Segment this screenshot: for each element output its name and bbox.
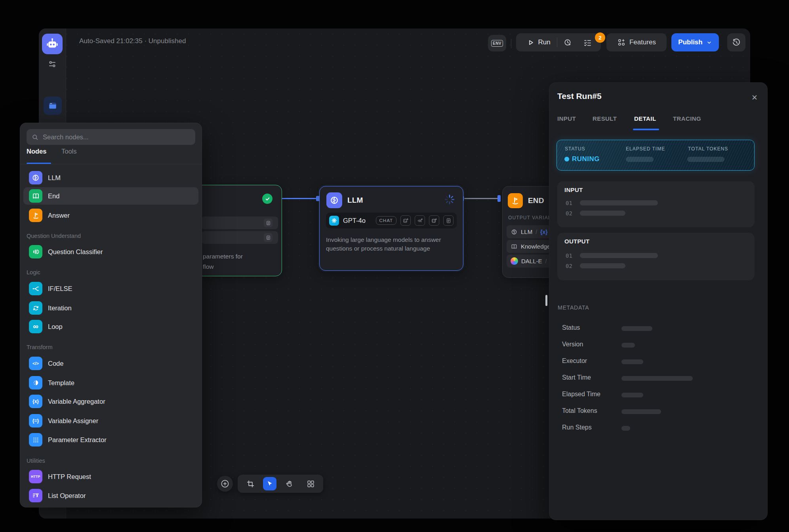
section-utilities: Utilities	[27, 458, 45, 464]
palette-item-answer[interactable]: Answer	[23, 207, 198, 224]
end-node-title: END	[528, 196, 544, 205]
clock-play-icon	[563, 38, 572, 47]
palette-item-variable-assigner[interactable]: {=} Variable Assigner	[23, 412, 198, 429]
tab-nodes[interactable]: Nodes	[27, 148, 46, 155]
meta-elapsed-time-skeleton	[621, 393, 643, 397]
env-button[interactable]: ENV	[488, 35, 506, 51]
checklist-button[interactable]	[578, 38, 597, 47]
checklist-icon	[583, 38, 592, 47]
llm-node-description: Invoking large language models to answer…	[326, 236, 457, 253]
node-palette: Search nodes... Nodes Tools LLM End Answ…	[20, 123, 202, 507]
topbar-divider	[511, 39, 511, 48]
panel-title: Test Run#5	[557, 91, 602, 101]
close-icon[interactable]: ✕	[751, 93, 758, 102]
run-button[interactable]: Run	[520, 38, 556, 47]
edge-llm-to-end	[464, 198, 498, 199]
fit-view-button[interactable]	[242, 475, 259, 492]
palette-item-code[interactable]: </> Code	[23, 355, 198, 372]
meta-elapsed-time: Elapsed Time	[562, 391, 600, 398]
palette-item-template[interactable]: Template	[23, 374, 198, 391]
audio-capability-icon	[415, 215, 425, 226]
cursor-icon	[266, 480, 273, 487]
code-icon: </>	[29, 357, 42, 370]
history-icon	[732, 38, 741, 47]
total-tokens-label: TOTAL TOKENS	[688, 146, 728, 152]
start-variable-row[interactable]	[201, 231, 278, 244]
document-capability-icon	[443, 215, 454, 226]
add-node-button[interactable]	[217, 476, 233, 492]
palette-item-loop[interactable]: ∞ Loop	[23, 318, 198, 335]
meta-total-tokens: Total Tokens	[562, 407, 597, 414]
output-row1-skeleton	[580, 253, 658, 258]
preview-window-button[interactable]	[44, 97, 62, 115]
vision-capability-icon	[400, 215, 411, 226]
autosave-status: Auto-Saved 21:02:35 · Unpublished	[79, 37, 186, 45]
section-question-understand: Question Understand	[27, 233, 81, 239]
tab-result[interactable]: RESULT	[593, 115, 617, 122]
meta-executor-skeleton	[621, 359, 643, 364]
hand-icon	[285, 480, 293, 488]
parameter-extractor-icon	[29, 433, 42, 446]
chevron-down-icon	[706, 40, 712, 46]
detail-tab-underline	[633, 129, 659, 130]
palette-item-llm[interactable]: LLM	[23, 169, 198, 186]
palette-item-end[interactable]: End	[23, 187, 198, 205]
running-status-value: RUNING	[572, 155, 600, 163]
publish-button[interactable]: Publish	[671, 33, 719, 51]
palette-item-iteration[interactable]: Iteration	[23, 299, 198, 317]
tab-tracing[interactable]: TRACING	[673, 115, 701, 122]
grid-plus-icon	[617, 38, 626, 47]
panel-resize-handle[interactable]	[545, 295, 547, 306]
tab-detail[interactable]: DETAIL	[634, 115, 656, 122]
plus-circle-icon	[220, 479, 230, 488]
openai-icon: ❋	[329, 216, 339, 226]
input-label: INPUT	[564, 186, 583, 193]
model-selector[interactable]: ❋ GPT-4o CHAT	[326, 213, 457, 228]
node-search-input[interactable]: Search nodes...	[27, 129, 195, 145]
active-tab-underline	[27, 163, 51, 164]
if-else-icon	[29, 282, 42, 295]
input-card: INPUT 01 02	[557, 181, 755, 227]
tab-tools[interactable]: Tools	[61, 148, 77, 155]
checklist-badge: 2	[595, 32, 605, 43]
palette-item-question-classifier[interactable]: Question Classifier	[23, 243, 198, 260]
section-logic: Logic	[27, 269, 40, 276]
section-transform: Transform	[27, 344, 53, 350]
output-row2-skeleton	[580, 263, 625, 268]
palette-item-variable-aggregator[interactable]: {x} Variable Aggregator	[23, 393, 198, 410]
video-capability-icon	[429, 215, 439, 226]
llm-node-title: LLM	[347, 196, 363, 205]
list-operator-icon	[29, 489, 42, 502]
meta-run-steps-skeleton	[621, 426, 630, 431]
llm-node[interactable]: LLM ❋ GPT-4o CHAT	[319, 186, 463, 271]
running-status-dot	[564, 157, 569, 162]
end-input-port[interactable]	[497, 195, 501, 202]
search-placeholder: Search nodes...	[43, 133, 89, 141]
dalle-icon	[511, 257, 518, 265]
run-history-button[interactable]	[557, 38, 578, 47]
end-icon	[29, 189, 42, 203]
status-label: STATUS	[565, 146, 585, 152]
template-icon	[29, 376, 42, 390]
window-icon	[48, 101, 58, 111]
palette-item-list-operator[interactable]: List Operator	[23, 487, 198, 504]
hand-mode-button[interactable]	[280, 475, 298, 492]
auto-layout-button[interactable]	[302, 475, 319, 492]
test-run-panel: Test Run#5 ✕ INPUT RESULT DETAIL TRACING…	[549, 82, 768, 520]
input-row2-skeleton	[580, 211, 625, 216]
app-logo[interactable]	[42, 34, 63, 54]
metadata-label: METADATA	[558, 304, 589, 311]
loop-icon: ∞	[29, 320, 42, 333]
palette-item-http-request[interactable]: HTTP HTTP Request	[23, 468, 198, 485]
workflow-settings-button[interactable]	[47, 59, 58, 70]
start-variable-row[interactable]	[201, 217, 278, 229]
layout-grid-icon	[307, 480, 315, 488]
palette-item-parameter-extractor[interactable]: Parameter Extractor	[23, 431, 198, 448]
pointer-mode-button[interactable]	[263, 477, 276, 490]
version-history-button[interactable]	[727, 33, 745, 51]
elapsed-skeleton	[626, 157, 654, 162]
start-node[interactable]: parameters for flow	[196, 185, 282, 276]
palette-item-if-else[interactable]: IF/ELSE	[23, 280, 198, 297]
features-button[interactable]: Features	[606, 33, 667, 51]
tab-input[interactable]: INPUT	[557, 115, 576, 122]
